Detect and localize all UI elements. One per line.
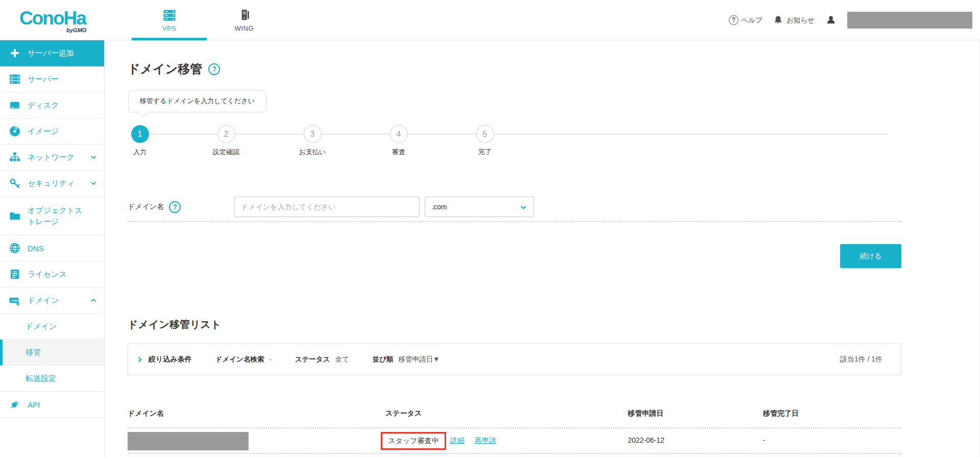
tab-vps-label: VPS: [162, 25, 177, 32]
sidebar-item-security[interactable]: セキュリティ: [0, 171, 104, 197]
sidebar-item-object-storage[interactable]: オブジェクトストレージ: [0, 197, 104, 235]
filter-sort[interactable]: 並び順 移管申請日▼: [373, 355, 440, 364]
detail-link[interactable]: 詳細: [450, 436, 464, 445]
sort-value: 移管申請日▼: [399, 355, 440, 364]
sidebar-item-label: 転送設定: [26, 374, 56, 383]
notifications-button[interactable]: お知らせ: [773, 15, 815, 26]
sidebar-item-disk[interactable]: ディスク: [0, 92, 104, 118]
table-header: ドメイン名 ステータス 移管申請日 移管完了日: [105, 409, 979, 419]
step-1-input: 1 入力: [117, 125, 163, 157]
help-button[interactable]: ヘルプ: [729, 15, 763, 25]
notice-label: お知らせ: [787, 16, 815, 25]
domain-form-row: ドメイン名 .com: [128, 194, 901, 220]
step-2-confirm: 2 設定確認: [203, 125, 249, 157]
question-icon[interactable]: [169, 201, 181, 213]
main-content: ドメイン移管 移管するドメインを入力してください 1 入力 2 設定確認 3 お…: [105, 40, 980, 457]
sidebar-item-server[interactable]: サーバー: [0, 66, 104, 92]
sidebar-item-label: ドメイン: [26, 322, 57, 331]
col-status: ステータス: [385, 409, 422, 418]
redacted-domain-name: [128, 432, 249, 450]
step-3-payment: 3 お支払い: [289, 125, 335, 157]
transfer-list-title: ドメイン移管リスト: [128, 318, 221, 331]
redacted-account-name: [847, 12, 972, 29]
conoha-logo[interactable]: ConoHa byGMO: [19, 6, 106, 34]
plus-icon: [9, 47, 21, 59]
continue-button[interactable]: 続ける: [840, 244, 901, 268]
tld-selected-value: .com: [431, 203, 447, 211]
sidebar-item-label: ディスク: [28, 101, 59, 110]
filter-label: ドメイン名検索: [215, 355, 264, 364]
result-count: 該当1件 / 1件: [840, 355, 883, 364]
step-label: 審査: [376, 148, 422, 157]
sidebar-item-label: サーバー追加: [28, 49, 74, 58]
tab-wing-label: WING: [235, 25, 254, 32]
domain-input[interactable]: [234, 197, 420, 217]
chevron-up-icon: [90, 297, 97, 304]
step-label: お支払い: [289, 148, 335, 157]
sidebar-subitem-transfer[interactable]: 移管: [0, 340, 104, 366]
sidebar-subitem-forwarding[interactable]: 転送設定: [0, 366, 104, 392]
help-label: ヘルプ: [742, 16, 763, 25]
sidebar-item-label: イメージ: [28, 127, 59, 136]
page-title: ドメイン移管: [128, 61, 220, 77]
step-circle: 4: [390, 125, 408, 143]
stepper-line: [140, 134, 888, 134]
filter-toggle[interactable]: 絞り込み条件: [136, 355, 192, 364]
sidebar-item-label: DNS: [28, 244, 44, 253]
sidebar-item-label: ネットワーク: [28, 153, 75, 162]
sidebar-item-label: オブジェクトストレージ: [28, 205, 87, 227]
domain-name-label-text: ドメイン名: [128, 202, 164, 211]
apply-date-value: 2022-06-12: [628, 436, 665, 444]
step-4-review: 4 審査: [376, 125, 422, 157]
chevron-down-icon: [90, 180, 97, 187]
svg-text:.com: .com: [10, 299, 17, 302]
chevron-right-icon: [136, 355, 143, 364]
server-icon: [9, 73, 21, 85]
sidebar-item-dns[interactable]: DNS: [0, 235, 104, 261]
sidebar-item-label: サーバー: [28, 75, 59, 84]
filter-label: ステータス: [295, 355, 330, 364]
table-row: スタッフ審査中 詳細 再申請 2022-06-12 -: [105, 430, 979, 452]
sidebar-item-api[interactable]: API: [0, 392, 104, 418]
step-circle: 5: [476, 125, 494, 143]
tower-icon: [237, 8, 252, 22]
sidebar-item-label: API: [28, 400, 40, 409]
sidebar-item-label: ドメイン: [28, 296, 59, 305]
reapply-link[interactable]: 再申請: [475, 436, 496, 445]
sidebar-item-add-server[interactable]: サーバー追加: [0, 40, 104, 66]
logo-subtext: byGMO: [66, 27, 86, 33]
step-circle: 1: [131, 125, 149, 143]
key-icon: [9, 177, 21, 189]
server-icon: [162, 8, 177, 22]
divider: [128, 221, 901, 222]
tld-select[interactable]: .com: [425, 197, 534, 217]
folder-icon: [9, 210, 21, 222]
question-icon[interactable]: [208, 63, 220, 75]
network-icon: [9, 151, 21, 163]
step-circle: 2: [217, 125, 235, 143]
sidebar-subitem-domain[interactable]: ドメイン: [0, 314, 104, 340]
step-label: 入力: [117, 148, 163, 157]
logo-text: ConoHa: [19, 6, 106, 31]
dotcom-icon: .com: [9, 294, 21, 306]
step-circle: 3: [304, 125, 322, 143]
page-title-text: ドメイン移管: [128, 61, 202, 77]
sidebar-item-license[interactable]: ライセンス: [0, 261, 104, 287]
filter-value: -: [269, 355, 272, 363]
sidebar-item-image[interactable]: イメージ: [0, 118, 104, 145]
header-actions: ヘルプ お知らせ: [729, 0, 972, 40]
document-icon: [9, 268, 21, 280]
divider: [128, 453, 901, 454]
account-icon[interactable]: [825, 14, 837, 27]
top-header: ConoHa byGMO VPS WING ヘルプ お知らせ: [0, 0, 980, 40]
filter-domain-search: ドメイン名検索 -: [215, 355, 272, 364]
status-badge: スタッフ審査中: [381, 432, 446, 450]
sidebar-item-domain[interactable]: .com ドメイン: [0, 287, 104, 314]
sidebar-item-network[interactable]: ネットワーク: [0, 145, 104, 171]
step-label: 完了: [462, 148, 508, 157]
chevron-down-icon: [520, 204, 527, 211]
tab-vps[interactable]: VPS: [132, 0, 207, 40]
tab-wing[interactable]: WING: [207, 0, 282, 40]
filter-bar: 絞り込み条件 ドメイン名検索 - ステータス 全て 並び順 移管申請日▼ 該当1…: [128, 343, 901, 375]
help-icon: [729, 15, 739, 25]
